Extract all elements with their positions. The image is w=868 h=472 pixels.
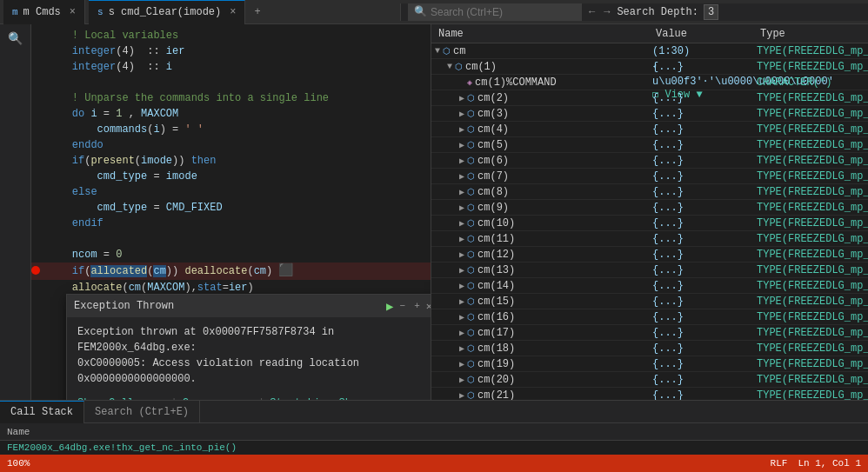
- watch-row[interactable]: ▶ ⬡ cm(6) {...} TYPE(FREEZEDLG_mp_COMMAN…: [431, 153, 868, 169]
- expand-arrow[interactable]: ▶: [459, 124, 464, 135]
- search-depth-label: Search Depth:: [617, 6, 698, 18]
- watch-row[interactable]: ▶ ⬡ cm(20) {...} TYPE(FREEZEDLG_mp_COMMA…: [431, 372, 868, 388]
- expand-arrow: [459, 77, 464, 87]
- expand-arrow[interactable]: ▶: [459, 140, 464, 150]
- bottom-row: FEM2000x_64dbg.exe!thx_get_nc_into_pie(): [0, 441, 868, 455]
- tab-add-button[interactable]: +: [249, 6, 265, 18]
- watch-name-text: cm(1): [465, 61, 497, 73]
- expand-arrow[interactable]: ▶: [459, 93, 464, 103]
- copy-details-link[interactable]: Copy Details: [183, 397, 253, 400]
- expand-arrow[interactable]: ▶: [459, 171, 464, 182]
- expand-arrow[interactable]: ▶: [459, 390, 464, 401]
- code-editor: ! Local variables integer(4) :: ier inte…: [31, 24, 431, 400]
- play-button[interactable]: ▶: [386, 299, 393, 314]
- expand-arrow[interactable]: ▶: [459, 234, 464, 244]
- watch-row-type: TYPE(FREEZEDLG_mp_COMMAND_FIELD): [753, 374, 868, 386]
- expand-arrow[interactable]: ▼: [435, 46, 440, 56]
- watch-name-text: cm(11): [477, 233, 515, 245]
- watch-name-text: cm(12): [477, 249, 515, 261]
- expand-arrow[interactable]: ▶: [459, 343, 464, 354]
- expand-button[interactable]: +: [411, 301, 423, 311]
- tab-close-cmds[interactable]: ×: [70, 6, 76, 18]
- search-box[interactable]: 🔍: [408, 3, 582, 21]
- expand-arrow[interactable]: ▶: [459, 312, 464, 322]
- watch-row-type: TYPE(FREEZEDLG_mp_COMMAND_FIELD): [753, 45, 868, 57]
- close-button[interactable]: ✕: [426, 300, 431, 313]
- struct-icon: ⬡: [467, 375, 475, 385]
- watch-row-value: (1:30): [649, 45, 753, 57]
- expand-arrow[interactable]: ▼: [447, 62, 452, 71]
- minus-button[interactable]: −: [397, 301, 409, 311]
- watch-row[interactable]: ▶ ⬡ cm(14) {...} TYPE(FREEZEDLG_mp_COMMA…: [431, 278, 868, 294]
- watch-row[interactable]: ▶ ⬡ cm(17) {...} TYPE(FREEZEDLG_mp_COMMA…: [431, 325, 868, 341]
- watch-row[interactable]: ▶ ⬡ cm(16) {...} TYPE(FREEZEDLG_mp_COMMA…: [431, 309, 868, 325]
- watch-row[interactable]: ▶ ⬡ cm(4) {...} TYPE(FREEZEDLG_mp_COMMAN…: [431, 122, 868, 137]
- watch-row[interactable]: ▼ ⬡ cm (1:30) TYPE(FREEZEDLG_mp_COMMAND_…: [431, 43, 868, 59]
- watch-row-value: {...}: [649, 280, 753, 292]
- watch-name-text: cm(1)%COMMAND: [475, 76, 557, 89]
- watch-row[interactable]: ◈ cm(1)%COMMAND ' u\u00f3'·'\u0000\u0000…: [431, 75, 868, 90]
- expand-arrow[interactable]: ▶: [459, 218, 464, 229]
- nav-forward-icon[interactable]: →: [602, 6, 611, 18]
- expand-arrow[interactable]: ▶: [459, 156, 464, 166]
- watch-row[interactable]: ▶ ⬡ cm(21) {...} TYPE(FREEZEDLG_mp_COMMA…: [431, 388, 868, 400]
- watch-row[interactable]: ▶ ⬡ cm(5) {...} TYPE(FREEZEDLG_mp_COMMAN…: [431, 137, 868, 153]
- expand-arrow[interactable]: ▶: [459, 203, 464, 213]
- watch-row-value: {...}: [649, 296, 753, 308]
- code-text: ! Unparse the commands into a single lin…: [43, 90, 424, 106]
- expand-arrow[interactable]: ▶: [459, 265, 464, 276]
- expand-arrow[interactable]: ▶: [459, 281, 464, 291]
- tab-cmd-clear[interactable]: s s cmd_Clear(imode) ×: [89, 0, 245, 24]
- watch-name-text: cm(16): [477, 311, 515, 323]
- exception-body-line2: 0xC0000005: Access violation reading loc…: [77, 356, 429, 387]
- live-share-link[interactable]: Start Live Share session...: [270, 397, 429, 400]
- watch-row[interactable]: ▶ ⬡ cm(18) {...} TYPE(FREEZEDLG_mp_COMMA…: [431, 341, 868, 356]
- watch-row-value: {...}: [649, 186, 753, 198]
- bp-area: [31, 263, 43, 280]
- watch-row-name: ▶ ⬡ cm(5): [431, 139, 649, 151]
- watch-row-name: ▶ ⬡ cm(8): [431, 186, 649, 198]
- watch-row[interactable]: ▶ ⬡ cm(19) {...} TYPE(FREEZEDLG_mp_COMMA…: [431, 356, 868, 372]
- expand-arrow[interactable]: ▶: [459, 359, 464, 369]
- watch-row[interactable]: ▶ ⬡ cm(13) {...} TYPE(FREEZEDLG_mp_COMMA…: [431, 263, 868, 278]
- watch-row[interactable]: ▶ ⬡ cm(2) {...} TYPE(FREEZEDLG_mp_COMMAN…: [431, 90, 868, 106]
- tab-close-cmd-clear[interactable]: ×: [230, 6, 236, 18]
- watch-row[interactable]: ▶ ⬡ cm(10) {...} TYPE(FREEZEDLG_mp_COMMA…: [431, 216, 868, 231]
- watch-row[interactable]: ▶ ⬡ cm(3) {...} TYPE(FREEZEDLG_mp_COMMAN…: [431, 106, 868, 122]
- watch-name-text: cm(8): [477, 186, 509, 198]
- expand-arrow[interactable]: ▶: [459, 187, 464, 197]
- tab-call-stack[interactable]: Call Stack: [0, 401, 84, 423]
- search-depth-value[interactable]: 3: [704, 4, 718, 20]
- watch-row-name: ▶ ⬡ cm(3): [431, 108, 649, 120]
- watch-row-name: ▶ ⬡ cm(12): [431, 249, 649, 261]
- nav-back-icon[interactable]: ←: [587, 6, 597, 18]
- show-call-stack-link[interactable]: Show Call Stack: [77, 397, 166, 400]
- watch-row[interactable]: ▶ ⬡ cm(11) {...} TYPE(FREEZEDLG_mp_COMMA…: [431, 231, 868, 247]
- search-icon: 🔍: [414, 5, 427, 18]
- code-line: cmd_type = imode: [31, 169, 431, 184]
- expand-arrow[interactable]: ▶: [459, 109, 464, 119]
- watch-row[interactable]: ▶ ⬡ cm(9) {...} TYPE(FREEZEDLG_mp_COMMAN…: [431, 200, 868, 216]
- code-line: ncom = 0: [31, 247, 431, 263]
- gutter-search-icon[interactable]: 🔍: [4, 28, 26, 50]
- exception-body-line1: Exception thrown at 0x00007FF7587F8734 i…: [77, 324, 429, 356]
- tab-search[interactable]: Search (Ctrl+E): [84, 401, 200, 423]
- tab-cmds[interactable]: m m Cmds ×: [3, 0, 85, 24]
- watch-row[interactable]: ▶ ⬡ cm(8) {...} TYPE(FREEZEDLG_mp_COMMAN…: [431, 184, 868, 200]
- watch-row[interactable]: ▶ ⬡ cm(7) {...} TYPE(FREEZEDLG_mp_COMMAN…: [431, 169, 868, 184]
- watch-name-text: cm(18): [477, 342, 515, 355]
- struct-icon: ⬡: [467, 265, 475, 276]
- expand-arrow[interactable]: ▶: [459, 375, 464, 385]
- watch-row[interactable]: ▶ ⬡ cm(12) {...} TYPE(FREEZEDLG_mp_COMMA…: [431, 247, 868, 263]
- encoding-info: RLF: [771, 458, 788, 469]
- search-input[interactable]: [431, 6, 576, 18]
- expand-arrow[interactable]: ▶: [459, 296, 464, 307]
- exception-controls: ▶ − + ✕: [386, 299, 431, 314]
- watch-row-name: ▼ ⬡ cm: [431, 45, 649, 57]
- bottom-section: Call Stack Search (Ctrl+E) Name FEM2000x…: [0, 400, 868, 455]
- watch-row-type: TYPE(FREEZEDLG_mp_COMMAND_FIELD): [753, 61, 868, 73]
- expand-arrow[interactable]: ▶: [459, 328, 464, 338]
- expand-arrow[interactable]: ▶: [459, 249, 464, 260]
- watch-row-type: TYPE(FREEZEDLG_mp_COMMAND_FIELD): [753, 92, 868, 104]
- watch-row[interactable]: ▶ ⬡ cm(15) {...} TYPE(FREEZEDLG_mp_COMMA…: [431, 294, 868, 309]
